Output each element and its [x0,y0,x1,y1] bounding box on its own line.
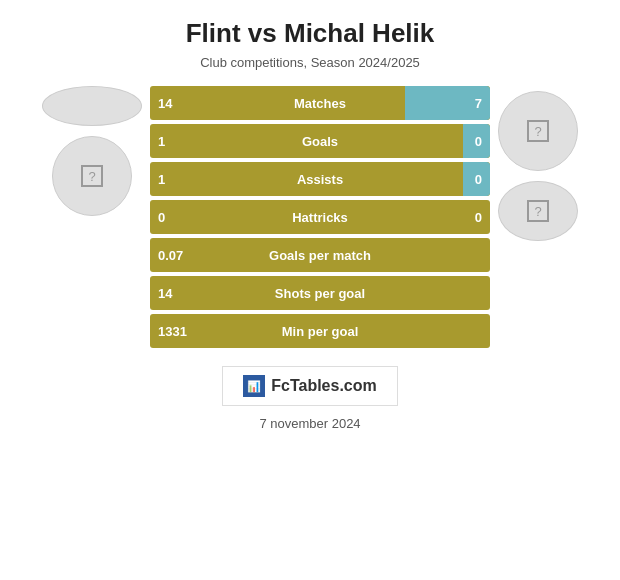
stat-left-value-1: 1 [158,134,165,149]
main-container: Flint vs Michal Helik Club competitions,… [0,0,620,580]
stat-center-label-5: Shots per goal [275,286,365,301]
stat-left-value-4: 0.07 [158,248,183,263]
stat-center-label-0: Matches [294,96,346,111]
stat-row-4: 0.07Goals per match [150,238,490,272]
right-avatar-bottom: ? [498,181,578,241]
stat-row-0: 14Matches7 [150,86,490,120]
stat-center-label-6: Min per goal [282,324,359,339]
stat-left-value-6: 1331 [158,324,187,339]
subtitle: Club competitions, Season 2024/2025 [200,55,420,70]
stat-center-label-4: Goals per match [269,248,371,263]
stat-left-value-2: 1 [158,172,165,187]
logo-icon: 📊 [243,375,265,397]
stat-center-label-3: Hattricks [292,210,348,225]
right-question-icon-top: ? [527,120,549,142]
stat-left-value-0: 14 [158,96,172,111]
stat-row-5: 14Shots per goal [150,276,490,310]
right-avatars: ? ? [498,86,578,241]
stat-left-value-5: 14 [158,286,172,301]
stat-row-2: 1Assists0 [150,162,490,196]
left-question-icon: ? [81,165,103,187]
stat-right-value-2: 0 [475,172,482,187]
stat-right-value-3: 0 [475,210,482,225]
left-oval-top [42,86,142,126]
right-avatar-top: ? [498,91,578,171]
stat-left-value-3: 0 [158,210,165,225]
left-avatar-circle: ? [52,136,132,216]
stat-right-value-1: 0 [475,134,482,149]
date-text: 7 november 2024 [259,416,360,431]
page-title: Flint vs Michal Helik [186,18,435,49]
right-question-icon-bottom: ? [527,200,549,222]
logo-text: FcTables.com [271,377,377,395]
stats-section: ? 14Matches71Goals01Assists00Hattricks00… [0,86,620,348]
stat-row-3: 0Hattricks0 [150,200,490,234]
stat-row-6: 1331Min per goal [150,314,490,348]
stat-center-label-2: Assists [297,172,343,187]
left-avatars: ? [42,86,142,216]
logo-section: 📊 FcTables.com [222,366,398,406]
stat-right-value-0: 7 [475,96,482,111]
stats-bars: 14Matches71Goals01Assists00Hattricks00.0… [150,86,490,348]
stat-center-label-1: Goals [302,134,338,149]
stat-row-1: 1Goals0 [150,124,490,158]
